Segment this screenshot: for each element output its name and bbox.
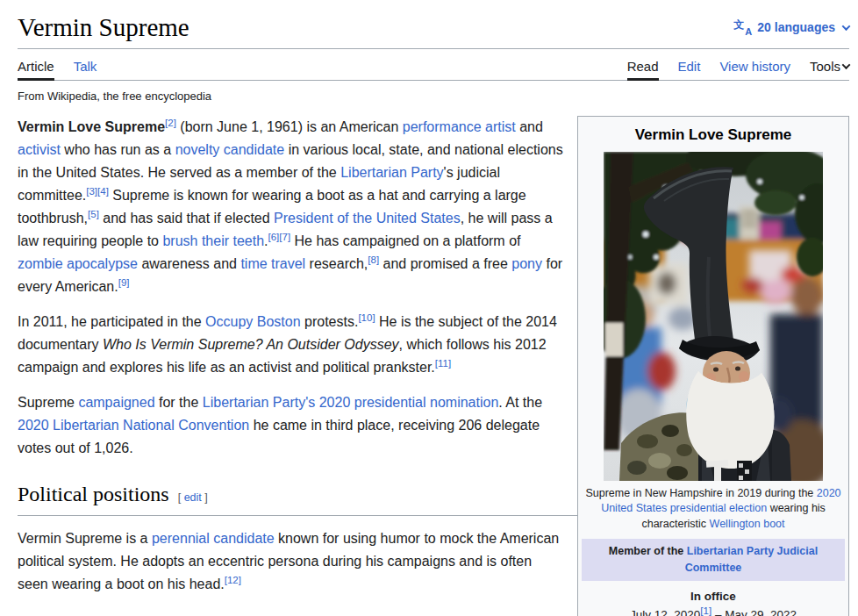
tab-read[interactable]: Read <box>627 51 659 81</box>
languages-label: 20 languages <box>757 20 835 34</box>
text-run: July 12, 2020 <box>630 608 700 616</box>
reference-link[interactable]: [4] <box>97 185 109 196</box>
text-run: Supreme in New Hampshire in 2019 during … <box>585 487 816 499</box>
reference-marker: [10] <box>358 312 375 322</box>
italic-text: Who Is Vermin Supreme? An Outsider Odyss… <box>103 337 399 352</box>
wiki-link[interactable]: zombie apocalypse <box>18 256 138 271</box>
edit-section: [ edit ] <box>178 491 208 504</box>
reference-marker: [8] <box>368 254 379 264</box>
reference-link[interactable]: [12] <box>225 574 241 584</box>
wiki-link[interactable]: 2020 Libertarian National Convention <box>18 418 249 433</box>
reference-marker: [7] <box>279 231 290 241</box>
text-run: In 2011, he participated in the <box>18 314 205 329</box>
reference-link[interactable]: [7] <box>279 231 290 241</box>
wiki-link[interactable]: President of the United States <box>274 211 461 226</box>
reference-marker: [11] <box>435 357 451 368</box>
reference-link[interactable]: [10] <box>358 312 375 322</box>
text-run: (born June 1, 1961) is an American <box>176 119 403 134</box>
wiki-link[interactable]: Wellington boot <box>710 518 785 530</box>
wiki-link[interactable]: Libertarian Party <box>340 165 443 180</box>
wiki-link[interactable]: pony <box>511 256 542 271</box>
site-subtitle: From Wikipedia, the free encyclopedia <box>18 90 849 103</box>
reference-marker: [3] <box>86 185 97 196</box>
reference-marker: [9] <box>118 276 130 287</box>
wiki-link[interactable]: novelty candidate <box>175 142 285 157</box>
wiki-link[interactable]: activist <box>18 142 61 157</box>
text-run: – May 29, 2022 <box>711 608 797 616</box>
chevron-down-icon <box>842 61 851 69</box>
reference-marker: [2] <box>165 117 176 127</box>
reference-link[interactable]: [9] <box>118 276 130 287</box>
reference-link[interactable]: [1] <box>700 605 711 616</box>
namespace-tabs: Article Talk <box>18 51 97 80</box>
reference-marker: [6] <box>268 231 280 241</box>
text-run: Vermin Supreme is a <box>18 531 152 546</box>
reference-marker: [1] <box>700 605 711 616</box>
language-icon: 文 A <box>733 20 752 35</box>
reference-link[interactable]: [8] <box>368 254 379 264</box>
page-header: Vermin Supreme 文 A 20 languages <box>18 0 849 49</box>
page-title: Vermin Supreme <box>18 12 189 43</box>
text-run: awareness and <box>138 256 240 271</box>
text-run: for the <box>155 395 203 410</box>
reference-link[interactable]: [6] <box>268 231 280 241</box>
text-run: and <box>516 119 543 134</box>
article-tabbar: Article Talk Read Edit View history Tool… <box>18 51 849 81</box>
infobox-title: Vermin Love Supreme <box>582 120 845 152</box>
reference-link[interactable]: [11] <box>435 357 451 368</box>
languages-button[interactable]: 文 A 20 languages <box>733 20 849 35</box>
edit-section-link[interactable]: edit <box>184 491 202 504</box>
view-tabs: Read Edit View history Tools <box>627 51 849 80</box>
text-run: He has campaigned on a platform of <box>290 233 520 248</box>
infobox-office-band: Member of the Libertarian Party Judicial… <box>582 539 845 581</box>
wiki-link[interactable]: performance artist <box>403 119 516 134</box>
reference-marker: [12] <box>225 574 241 584</box>
text-run: and has said that if elected <box>99 211 274 226</box>
tab-talk[interactable]: Talk <box>74 51 97 81</box>
wiki-link[interactable]: campaigned <box>78 395 154 410</box>
infobox-term-dates: July 12, 2020[1] – May 29, 2022 <box>582 605 845 616</box>
chevron-down-icon <box>842 22 851 31</box>
wiki-link[interactable]: perennial candidate <box>152 531 275 546</box>
reference-marker: [4] <box>97 185 109 196</box>
infobox-caption: Supreme in New Hampshire in 2019 during … <box>582 481 845 540</box>
wikipedia-article-page: Vermin Supreme 文 A 20 languages Article … <box>0 0 858 616</box>
infobox-in-office-label: In office <box>582 581 845 605</box>
tab-edit[interactable]: Edit <box>678 51 701 81</box>
reference-link[interactable]: [5] <box>88 208 99 218</box>
wiki-link[interactable]: Libertarian Party Judicial Committee <box>685 545 818 574</box>
reference-link[interactable]: [2] <box>165 117 176 127</box>
bold-text: Vermin Love Supreme <box>18 119 165 134</box>
tab-view-history[interactable]: View history <box>719 51 790 81</box>
wiki-link[interactable]: Occupy Boston <box>205 314 301 329</box>
text-run: and promised a free <box>379 256 511 271</box>
text-run: who has run as a <box>61 142 175 157</box>
wiki-link[interactable]: Libertarian Party's 2020 presidential no… <box>203 395 498 410</box>
article-content: Vermin Love Supreme <box>18 116 849 596</box>
text-run: . At the <box>498 395 542 410</box>
wiki-link[interactable]: time travel <box>240 256 305 271</box>
infobox: Vermin Love Supreme <box>577 116 849 616</box>
infobox-photo[interactable] <box>604 152 823 481</box>
tab-article[interactable]: Article <box>18 51 54 81</box>
bold-text: Member of the <box>609 545 687 557</box>
text-run: protests. <box>301 314 359 329</box>
reference-link[interactable]: [3] <box>86 185 97 196</box>
text-run: Supreme <box>18 395 78 410</box>
text-run: research, <box>305 256 368 271</box>
tab-tools[interactable]: Tools <box>810 51 849 81</box>
reference-marker: [5] <box>88 208 99 218</box>
wiki-link[interactable]: brush their teeth <box>162 233 264 248</box>
